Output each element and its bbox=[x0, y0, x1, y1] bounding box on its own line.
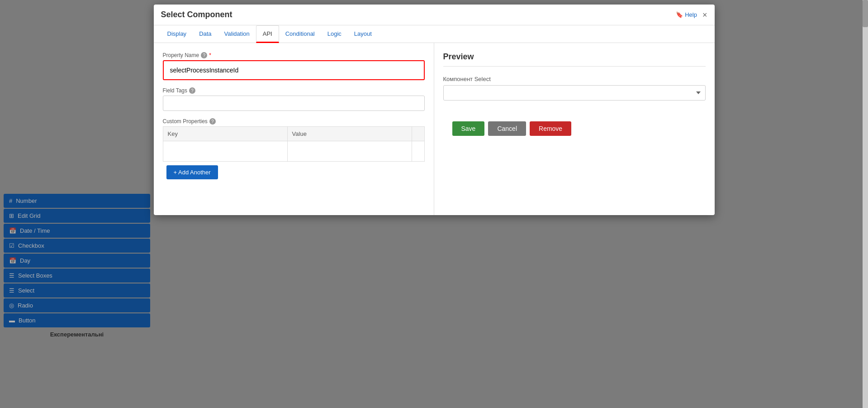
custom-property-row bbox=[163, 141, 424, 162]
left-panel: Property Name ? * Field Tags ? bbox=[154, 43, 434, 215]
modal-dialog: Select Component 🔖 Help × Display Data V… bbox=[154, 5, 715, 215]
action-column-header bbox=[412, 127, 424, 141]
tab-api[interactable]: API bbox=[256, 25, 279, 43]
tab-logic[interactable]: Logic bbox=[321, 25, 348, 43]
tab-conditional[interactable]: Conditional bbox=[279, 25, 321, 43]
help-icon: 🔖 bbox=[676, 11, 683, 18]
property-name-box bbox=[163, 60, 425, 80]
preview-title: Preview bbox=[443, 52, 706, 67]
tab-display[interactable]: Display bbox=[161, 25, 193, 43]
modal-footer: Save Cancel Remove bbox=[443, 108, 706, 143]
cancel-button[interactable]: Cancel bbox=[488, 121, 526, 136]
close-button[interactable]: × bbox=[702, 11, 707, 19]
field-tags-group: Field Tags ? bbox=[163, 87, 425, 111]
required-star: * bbox=[209, 52, 211, 58]
field-tags-info-icon[interactable]: ? bbox=[189, 87, 195, 94]
modal-overlay: Select Component 🔖 Help × Display Data V… bbox=[0, 0, 868, 408]
remove-button[interactable]: Remove bbox=[530, 121, 571, 136]
help-link[interactable]: 🔖 Help bbox=[676, 11, 697, 18]
tab-data[interactable]: Data bbox=[193, 25, 218, 43]
value-input[interactable] bbox=[290, 144, 409, 158]
key-column-header: Key bbox=[163, 127, 287, 141]
property-name-input[interactable] bbox=[166, 63, 422, 77]
value-column-header: Value bbox=[287, 127, 412, 141]
modal-body: Property Name ? * Field Tags ? bbox=[154, 43, 715, 215]
scrollbar-thumb[interactable] bbox=[863, 0, 868, 27]
custom-properties-table: Key Value bbox=[163, 126, 425, 162]
field-tags-input[interactable] bbox=[163, 96, 425, 111]
preview-select-label: Компонент Select bbox=[443, 76, 706, 82]
right-panel: Preview Компонент Select Save Cancel Rem… bbox=[434, 43, 715, 215]
property-name-label: Property Name ? * bbox=[163, 52, 425, 58]
preview-select-group: Компонент Select bbox=[443, 76, 706, 101]
add-another-button[interactable]: + Add Another bbox=[166, 165, 218, 179]
property-name-info-icon[interactable]: ? bbox=[201, 52, 207, 58]
tabs-bar: Display Data Validation API Conditional … bbox=[154, 25, 715, 43]
key-input[interactable] bbox=[166, 144, 285, 158]
modal-header: Select Component 🔖 Help × bbox=[154, 5, 715, 25]
field-tags-label: Field Tags ? bbox=[163, 87, 425, 94]
custom-properties-label: Custom Properties ? bbox=[163, 118, 425, 125]
save-button[interactable]: Save bbox=[452, 121, 485, 136]
modal-header-right: 🔖 Help × bbox=[676, 11, 707, 19]
property-name-group: Property Name ? * bbox=[163, 52, 425, 80]
custom-properties-info-icon[interactable]: ? bbox=[209, 118, 216, 125]
tab-validation[interactable]: Validation bbox=[218, 25, 256, 43]
custom-properties-group: Custom Properties ? Key Value bbox=[163, 118, 425, 179]
modal-title: Select Component bbox=[161, 10, 232, 19]
preview-select[interactable] bbox=[443, 85, 706, 101]
tab-layout[interactable]: Layout bbox=[348, 25, 378, 43]
scrollbar[interactable] bbox=[863, 0, 868, 408]
